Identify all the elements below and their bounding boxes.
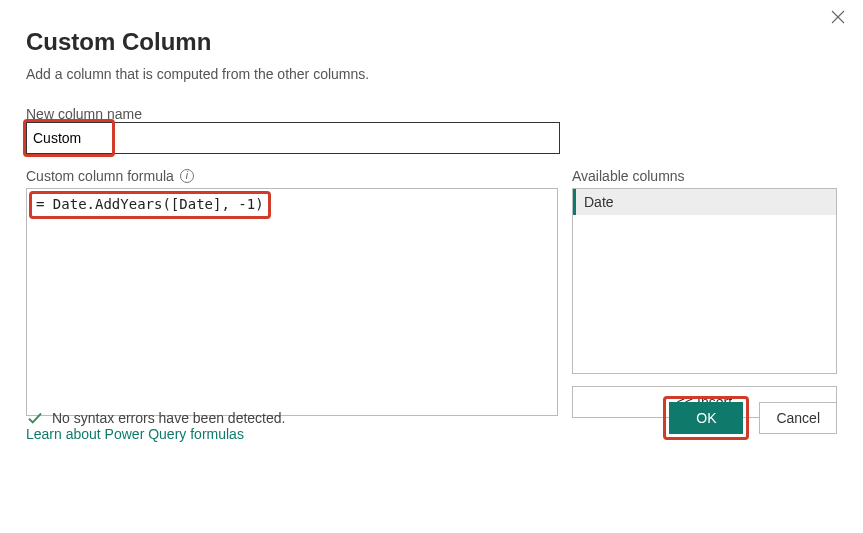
ok-button[interactable]: OK — [669, 402, 743, 434]
info-icon[interactable]: i — [180, 169, 194, 183]
check-icon — [26, 409, 44, 427]
available-column-item[interactable]: Date — [573, 189, 836, 215]
column-name-input[interactable] — [26, 122, 560, 154]
formula-label: Custom column formula — [26, 168, 174, 184]
available-columns-label: Available columns — [572, 168, 837, 184]
formula-text: = Date.AddYears([Date], -1) — [36, 196, 264, 212]
status-text: No syntax errors have been detected. — [52, 410, 285, 426]
dialog-title: Custom Column — [26, 28, 837, 56]
cancel-button[interactable]: Cancel — [759, 402, 837, 434]
column-name-label: New column name — [26, 106, 837, 122]
formula-editor[interactable]: = Date.AddYears([Date], -1) — [26, 188, 558, 416]
dialog-subtitle: Add a column that is computed from the o… — [26, 66, 837, 82]
close-button[interactable] — [829, 8, 849, 28]
highlight-formula: = Date.AddYears([Date], -1) — [29, 191, 271, 219]
close-icon — [829, 8, 847, 26]
highlight-ok: OK — [663, 396, 749, 440]
available-columns-list[interactable]: Date — [572, 188, 837, 374]
